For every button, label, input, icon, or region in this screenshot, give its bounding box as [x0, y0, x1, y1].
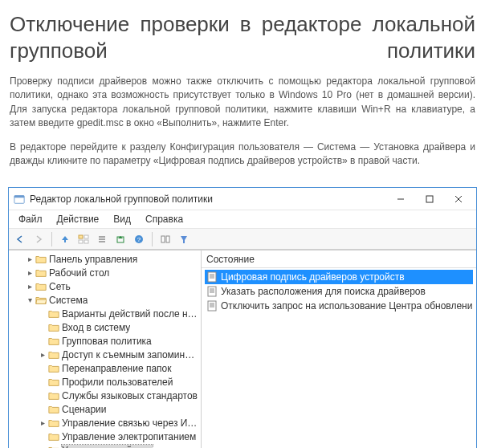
- policy-item-label: Цифровая подпись драйверов устройств: [221, 271, 405, 283]
- folder-icon: [48, 336, 59, 346]
- show-tree-button[interactable]: [75, 231, 92, 247]
- help-button[interactable]: ?: [131, 231, 147, 247]
- list-icon: [97, 234, 107, 244]
- tree-node[interactable]: Вход в систему: [9, 320, 201, 334]
- menu-help[interactable]: Справка: [139, 212, 190, 226]
- tree-node[interactable]: Перенаправление папок: [9, 361, 201, 375]
- tree-node-label: Панель управления: [49, 254, 137, 265]
- tree-node[interactable]: ▸ Управление связью через Интерне: [9, 416, 201, 430]
- tree-node-label: Управление электропитанием: [62, 431, 196, 442]
- titlebar[interactable]: Редактор локальной групповой политики: [9, 188, 476, 210]
- help-icon: ?: [134, 234, 144, 244]
- folder-tree-icon: [78, 234, 89, 244]
- toolbar: ?: [9, 229, 476, 250]
- tree-node[interactable]: Установка драйвера: [9, 443, 201, 448]
- folder-icon: [48, 432, 59, 442]
- tree-expander[interactable]: ▸: [38, 350, 47, 359]
- tree-node[interactable]: Службы языковых стандартов: [9, 389, 201, 402]
- folder-icon: [48, 391, 59, 401]
- svg-rect-17: [161, 236, 165, 242]
- svg-rect-8: [84, 235, 88, 238]
- list-body[interactable]: Цифровая подпись драйверов устройств Ука…: [202, 268, 476, 448]
- arrow-left-icon: [15, 234, 25, 244]
- menu-file[interactable]: Файл: [12, 212, 49, 226]
- tree-node-label: Рабочий стол: [49, 267, 109, 279]
- tree-node-label: Групповая политика: [62, 336, 152, 347]
- article-paragraph-1: Проверку подписи драйверов можно также о…: [10, 75, 475, 131]
- tree-node-label: Доступ к съемным запоминающ: [62, 349, 198, 360]
- folder-icon: [48, 350, 59, 360]
- up-button[interactable]: [57, 231, 73, 247]
- policy-list-item[interactable]: Отключить запрос на использование Центра…: [205, 299, 473, 313]
- toolbar-separator: [51, 232, 52, 246]
- article-paragraph-2: В редакторе перейдите к разделу Конфигур…: [10, 141, 475, 169]
- list-button[interactable]: [94, 231, 110, 247]
- filter-icon: [179, 234, 189, 244]
- tree-node-label: Вход в систему: [62, 322, 130, 333]
- minimize-button[interactable]: [386, 191, 415, 207]
- back-button[interactable]: [12, 231, 28, 247]
- tree-node[interactable]: ▸ Рабочий стол: [9, 266, 201, 279]
- tree-expander[interactable]: ▸: [25, 282, 35, 291]
- svg-rect-10: [84, 240, 88, 243]
- minimize-icon: [397, 195, 405, 203]
- tree-node-label: Службы языковых стандартов: [62, 390, 198, 401]
- menu-action[interactable]: Действие: [51, 212, 106, 226]
- forward-button[interactable]: [31, 231, 47, 247]
- tree-node[interactable]: Профили пользователей: [9, 375, 201, 389]
- arrow-up-icon: [60, 234, 70, 244]
- policy-item-label: Отключить запрос на использование Центра…: [221, 300, 473, 312]
- policy-list-item[interactable]: Цифровая подпись драйверов устройств: [205, 270, 473, 284]
- list-column-header[interactable]: Состояние: [202, 250, 476, 268]
- tree-expander[interactable]: ▸: [25, 268, 35, 277]
- tree-expander[interactable]: ▸: [25, 255, 35, 263]
- tree-node[interactable]: Групповая политика: [9, 334, 201, 348]
- tree-node[interactable]: ▸ Доступ к съемным запоминающ: [9, 348, 201, 361]
- svg-rect-6: [64, 239, 66, 242]
- folder-icon: [48, 309, 59, 319]
- export-button[interactable]: [112, 231, 128, 247]
- svg-rect-18: [166, 236, 169, 242]
- menubar: Файл Действие Вид Справка: [9, 210, 476, 229]
- policy-list-item[interactable]: Указать расположения для поиска драйверо…: [205, 284, 473, 299]
- tree-expander[interactable]: ▸: [38, 418, 47, 427]
- folder-icon: [48, 364, 59, 373]
- article-heading: Отключение проверки в редакторе локально…: [10, 11, 475, 63]
- svg-rect-7: [79, 235, 83, 238]
- tree-node[interactable]: Управление электропитанием: [9, 430, 201, 443]
- list-pane: Состояние Цифровая подпись драйверов уст…: [202, 250, 476, 448]
- folder-icon: [35, 282, 47, 291]
- columns-icon: [161, 234, 170, 244]
- svg-rect-3: [426, 196, 433, 202]
- tree-node[interactable]: ▾ Система: [9, 293, 201, 307]
- tree-pane[interactable]: ▸ Панель управления▸ Рабочий стол▸ Сеть▾…: [9, 250, 202, 448]
- svg-text:?: ?: [137, 236, 141, 243]
- maximize-button[interactable]: [415, 191, 444, 207]
- svg-rect-1: [14, 195, 24, 198]
- filter-button[interactable]: [176, 231, 192, 247]
- export-icon: [116, 234, 125, 244]
- policy-item-icon: [206, 300, 218, 312]
- tree-node-label: Управление связью через Интерне: [62, 417, 198, 429]
- close-button[interactable]: [444, 191, 473, 207]
- tree-node-label: Сценарии: [62, 404, 106, 415]
- tree-node[interactable]: Сценарии: [9, 402, 201, 416]
- folder-open-icon: [35, 295, 47, 305]
- gpedit-icon: [14, 193, 25, 205]
- folder-icon: [48, 418, 59, 428]
- tree-node[interactable]: ▸ Панель управления: [9, 252, 201, 266]
- toolbar-separator: [152, 232, 153, 246]
- columns-button[interactable]: [157, 231, 173, 247]
- tree-node[interactable]: Варианты действий после нажати: [9, 307, 201, 320]
- tree-expander[interactable]: ▾: [25, 295, 35, 304]
- svg-rect-25: [208, 287, 216, 296]
- menu-view[interactable]: Вид: [107, 212, 137, 226]
- maximize-icon: [426, 195, 434, 203]
- tree-node-label: Сеть: [49, 281, 71, 292]
- policy-item-label: Указать расположения для поиска драйверо…: [221, 286, 426, 297]
- policy-item-icon: [206, 271, 218, 283]
- tree-node-label: Установка драйвера: [62, 445, 153, 448]
- svg-rect-21: [208, 272, 216, 282]
- tree-node[interactable]: ▸ Сеть: [9, 279, 201, 293]
- tree-node-label: Варианты действий после нажати: [62, 308, 198, 320]
